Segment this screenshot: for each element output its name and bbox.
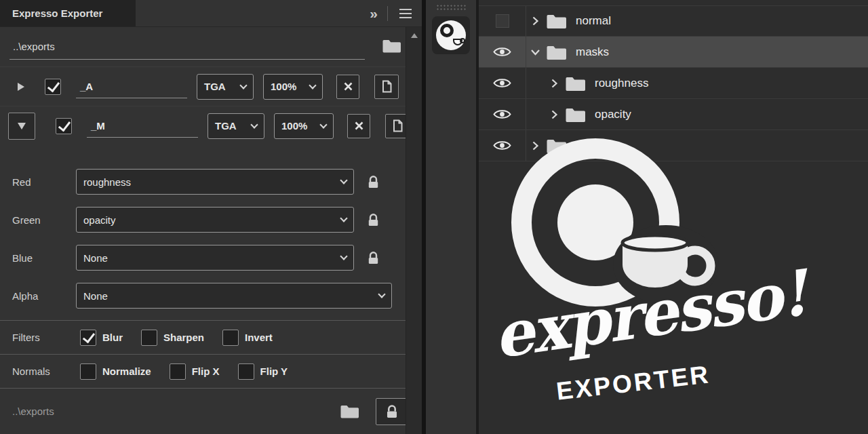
browse-folder-button[interactable] — [382, 38, 401, 56]
normals-normalize-option[interactable]: Normalize — [80, 363, 151, 380]
channel-label: Green — [0, 214, 76, 226]
channel-label: Blue — [0, 252, 76, 264]
filter-blur-option[interactable]: Blur — [80, 330, 123, 346]
panel-tab[interactable]: Expresso Exporter — [0, 0, 136, 26]
visibility-toggle[interactable] — [479, 6, 526, 36]
expresso-exporter-panel: Expresso Exporter » ..\exports _ — [0, 0, 422, 434]
layer-row-roughness[interactable]: roughness — [479, 68, 868, 99]
coffee-cup-icon — [613, 225, 732, 310]
lock-path-button[interactable] — [376, 398, 408, 425]
panel-menu-icon[interactable] — [392, 0, 419, 27]
logo-ring — [511, 138, 679, 307]
visibility-toggle[interactable] — [479, 68, 526, 98]
panel-title: Expresso Exporter — [12, 7, 102, 19]
filter-sharpen-option[interactable]: Sharpen — [141, 330, 204, 346]
remove-export-button[interactable] — [336, 75, 359, 99]
save-icon — [381, 80, 393, 93]
scroll-up-arrow-icon[interactable] — [411, 33, 418, 38]
eye-icon — [493, 46, 511, 58]
visibility-toggle[interactable] — [479, 99, 526, 130]
panel-scrollbar[interactable] — [406, 27, 422, 434]
chevron-down-icon — [340, 214, 347, 222]
lock-icon[interactable] — [367, 251, 380, 265]
visibility-toggle[interactable] — [479, 130, 526, 161]
channel-source-dropdown[interactable]: None — [76, 283, 392, 309]
suffix-input[interactable]: _M — [87, 115, 198, 138]
app-window: Expresso Exporter » ..\exports _ — [0, 0, 868, 434]
lock-icon[interactable] — [367, 175, 380, 189]
invert-checkbox[interactable] — [222, 330, 239, 346]
normals-flipx-option[interactable]: Flip X — [170, 363, 220, 380]
scale-dropdown[interactable]: 100% — [274, 113, 334, 139]
layer-row-masks[interactable]: masks — [479, 37, 868, 68]
panel-titlebar: Expresso Exporter » — [0, 0, 422, 27]
normals-flipy-option[interactable]: Flip Y — [238, 363, 288, 380]
flipx-checkbox[interactable] — [170, 363, 186, 380]
group-folder-icon — [546, 13, 567, 29]
lock-icon[interactable] — [367, 213, 380, 227]
folder-icon — [340, 403, 359, 419]
footer-browse-button[interactable] — [340, 403, 359, 419]
save-icon — [392, 119, 403, 132]
chevron-down-icon — [309, 81, 316, 89]
format-dropdown[interactable]: TGA — [208, 113, 264, 139]
chevron-right-icon[interactable] — [551, 109, 558, 120]
normals-row: Normals Normalize Flip X Flip Y — [0, 354, 422, 388]
chevron-down-icon — [319, 121, 327, 128]
normalize-checkbox[interactable] — [80, 363, 96, 380]
channel-row-alpha: Alpha None — [0, 277, 422, 315]
layers-panel: normal masks — [479, 0, 868, 434]
eye-icon — [493, 140, 511, 151]
export-enabled-checkbox[interactable] — [45, 79, 61, 95]
layer-name: albedo — [576, 139, 610, 153]
chevron-right-icon[interactable] — [532, 140, 539, 151]
footer-path-text[interactable]: ..\exports — [0, 406, 340, 417]
save-export-button[interactable] — [374, 75, 399, 99]
expand-right-icon[interactable] — [18, 83, 24, 91]
channel-source-dropdown[interactable]: None — [76, 245, 354, 271]
chevron-down-icon[interactable] — [532, 47, 539, 58]
channel-source-dropdown[interactable]: roughness — [76, 169, 354, 195]
export-item-m: _M TGA 100% — [0, 106, 422, 145]
suffix-input[interactable]: _A — [76, 75, 187, 98]
layer-row-opacity[interactable]: opacity — [479, 99, 868, 130]
sharpen-checkbox[interactable] — [141, 330, 157, 346]
collapse-panel-icon[interactable]: » — [363, 0, 383, 27]
layer-row-normal[interactable]: normal — [479, 5, 868, 37]
eye-icon — [493, 77, 511, 89]
layer-name: masks — [576, 45, 609, 59]
titlebar-divider — [387, 6, 388, 21]
flipy-checkbox[interactable] — [238, 363, 254, 380]
remove-export-button[interactable] — [347, 114, 370, 138]
scale-dropdown[interactable]: 100% — [263, 74, 323, 100]
visibility-toggle[interactable] — [479, 37, 526, 67]
expresso-panel-dock-button[interactable] — [432, 16, 470, 54]
layer-row-albedo[interactable]: albedo — [479, 130, 868, 161]
logo-wordmark: expresso! — [489, 249, 862, 372]
chevron-right-icon[interactable] — [532, 16, 539, 26]
chevron-right-icon[interactable] — [551, 78, 558, 89]
filter-invert-option[interactable]: Invert — [222, 330, 273, 346]
remove-icon — [343, 81, 353, 92]
format-dropdown[interactable]: TGA — [197, 74, 254, 100]
export-path-input[interactable]: ..\exports — [9, 34, 365, 60]
layer-name: normal — [576, 14, 611, 28]
export-path-row: ..\exports — [0, 27, 422, 66]
logo-inner-disc — [557, 184, 633, 260]
normals-label: Normals — [0, 366, 80, 377]
lock-icon — [385, 404, 399, 419]
channel-row-blue: Blue None — [0, 239, 422, 277]
blur-checkbox[interactable] — [80, 330, 96, 346]
chevron-down-icon — [378, 290, 385, 298]
panel-dock-strip — [422, 0, 479, 434]
export-enabled-checkbox[interactable] — [56, 118, 72, 134]
channel-source-dropdown[interactable]: opacity — [76, 207, 354, 233]
dock-grip-handle[interactable] — [436, 4, 466, 12]
chevron-down-icon — [340, 176, 347, 184]
filters-row: Filters Blur Sharpen Invert — [0, 320, 422, 354]
expresso-badge-icon — [436, 20, 466, 50]
expresso-logo: expresso! EXPORTER — [499, 133, 865, 425]
collapse-export-button[interactable] — [8, 113, 35, 140]
chevron-down-icon — [239, 81, 247, 89]
group-folder-icon — [565, 75, 586, 92]
